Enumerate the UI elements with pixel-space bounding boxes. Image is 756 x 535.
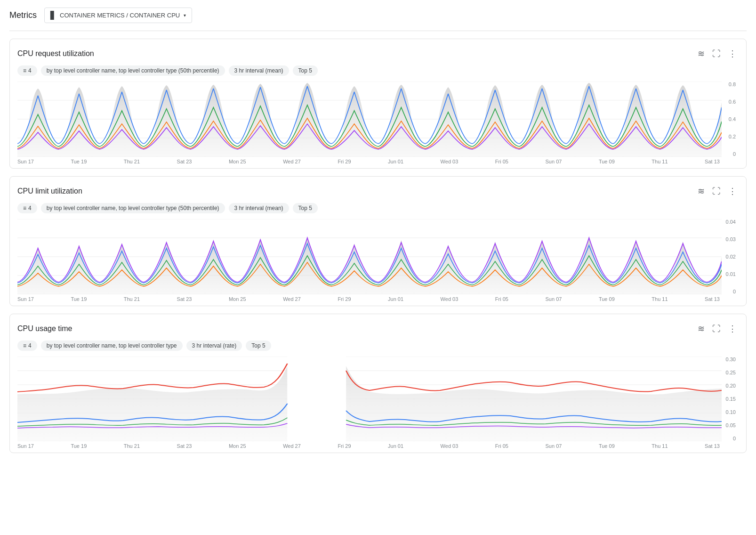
chart-icon: ▋ — [50, 11, 56, 20]
x-label-3-11: Sun 07 — [546, 443, 562, 449]
filter-label-chip-3[interactable]: by top level controller name, top level … — [41, 340, 183, 351]
more-button-2[interactable]: ⋮ — [726, 184, 739, 198]
top-bar: Metrics ▋ CONTAINER METRICS / CONTAINER … — [9, 8, 747, 31]
filter-label-chip-2[interactable]: by top level controller name, top level … — [41, 203, 225, 213]
chart-title-2: CPU limit utilization — [17, 187, 82, 195]
x-label-3-12: Tue 09 — [599, 443, 615, 449]
expand-button-1[interactable]: ⛶ — [710, 47, 723, 61]
x-label-1-7: Fri 29 — [338, 159, 351, 164]
top-label-1: Top 5 — [298, 67, 312, 74]
chart-area-2: 0.04 0.03 0.02 0.01 0 Sun 17 Tue 19 Thu … — [17, 219, 739, 302]
x-axis-3: Sun 17 Tue 19 Thu 21 Sat 23 Mon 25 Wed 2… — [17, 441, 720, 449]
x-label-1-9: Wed 03 — [441, 159, 458, 164]
y-axis-3: 0.30 0.25 0.20 0.15 0.10 0.05 0 — [722, 357, 739, 441]
breadcrumb-button[interactable]: ▋ CONTAINER METRICS / CONTAINER CPU ▾ — [44, 8, 192, 23]
x-label-3-4: Sat 23 — [177, 443, 192, 449]
expand-button-3[interactable]: ⛶ — [710, 322, 723, 336]
y-label-3-7: 0.30 — [726, 357, 736, 362]
filter-icon-2: ≡ — [23, 205, 26, 211]
x-label-1-2: Tue 19 — [71, 159, 87, 164]
x-label-1-10: Fri 05 — [495, 159, 508, 164]
interval-label-1: 3 hr interval (mean) — [234, 67, 283, 74]
legend-button-2[interactable]: ≋ — [696, 184, 707, 198]
top-chip-3[interactable]: Top 5 — [246, 340, 271, 351]
expand-button-2[interactable]: ⛶ — [710, 185, 723, 198]
x-label-2-12: Tue 09 — [599, 296, 615, 302]
x-label-1-14: Sat 13 — [705, 159, 720, 164]
x-label-1-8: Jun 01 — [388, 159, 403, 164]
x-label-2-13: Thu 11 — [651, 296, 668, 302]
cpu-usage-panel: CPU usage time ≋ ⛶ ⋮ ≡ 4 by top level co… — [9, 314, 747, 453]
filter-label-2: by top level controller name, top level … — [47, 205, 219, 211]
legend-button-3[interactable]: ≋ — [696, 322, 707, 336]
y-label-2-5: 0.04 — [726, 219, 736, 225]
x-label-2-1: Sun 17 — [17, 296, 34, 302]
x-label-2-7: Fri 29 — [338, 296, 351, 302]
x-label-2-6: Wed 27 — [283, 296, 301, 302]
filter-bar-1: ≡ 4 by top level controller name, top le… — [17, 65, 739, 76]
chart-header-3: CPU usage time ≋ ⛶ ⋮ — [17, 322, 739, 336]
filter-count-chip-2[interactable]: ≡ 4 — [17, 203, 37, 213]
filter-count-chip-3[interactable]: ≡ 4 — [17, 340, 37, 351]
top-chip-1[interactable]: Top 5 — [293, 65, 318, 76]
x-label-2-4: Sat 23 — [177, 296, 192, 302]
more-button-3[interactable]: ⋮ — [726, 322, 739, 336]
more-button-1[interactable]: ⋮ — [726, 47, 739, 61]
chart-plot-1 — [17, 81, 722, 157]
x-label-1-3: Thu 21 — [124, 159, 140, 164]
y-axis-1: 0.8 0.6 0.4 0.2 0 — [722, 81, 739, 157]
x-label-1-11: Sun 07 — [546, 159, 562, 164]
interval-chip-3[interactable]: 3 hr interval (rate) — [186, 340, 242, 351]
y-label-2-4: 0.03 — [726, 236, 736, 242]
x-label-2-9: Wed 03 — [441, 296, 458, 302]
filter-label-3: by top level controller name, top level … — [47, 342, 177, 349]
svg-rect-17 — [287, 357, 346, 441]
x-label-1-1: Sun 17 — [17, 159, 34, 164]
chart-title-3: CPU usage time — [17, 324, 72, 333]
x-label-3-7: Fri 29 — [338, 443, 351, 449]
x-label-3-8: Jun 01 — [388, 443, 403, 449]
filter-label-1: by top level controller name, top level … — [47, 67, 219, 74]
filter-count-1: 4 — [28, 67, 32, 74]
y-label-3-2: 0.05 — [726, 422, 736, 428]
x-label-1-13: Thu 11 — [651, 159, 668, 164]
x-label-2-5: Mon 25 — [229, 296, 246, 302]
chart-svg-2 — [17, 219, 722, 294]
y-label-1-1: 0 — [733, 151, 736, 157]
x-label-2-2: Tue 19 — [71, 296, 87, 302]
chart-title-1: CPU request utilization — [17, 49, 94, 58]
x-label-1-12: Tue 09 — [599, 159, 615, 164]
y-label-3-5: 0.20 — [726, 383, 736, 389]
x-label-3-1: Sun 17 — [17, 443, 34, 449]
x-label-3-3: Thu 21 — [124, 443, 140, 449]
chart-header-2: CPU limit utilization ≋ ⛶ ⋮ — [17, 184, 739, 198]
y-label-3-1: 0 — [733, 436, 736, 441]
chart-area-1: 0.8 0.6 0.4 0.2 0 Sun 17 Tue 19 Thu 21 S… — [17, 81, 739, 164]
top-chip-2[interactable]: Top 5 — [293, 203, 318, 213]
y-label-3-4: 0.15 — [726, 396, 736, 402]
filter-icon-3: ≡ — [23, 342, 26, 349]
chart-svg-3 — [17, 357, 722, 441]
x-axis-2: Sun 17 Tue 19 Thu 21 Sat 23 Mon 25 Wed 2… — [17, 294, 720, 302]
filter-count-chip-1[interactable]: ≡ 4 — [17, 65, 37, 76]
top-label-3: Top 5 — [251, 342, 265, 349]
x-label-3-6: Wed 27 — [283, 443, 301, 449]
interval-chip-2[interactable]: 3 hr interval (mean) — [229, 203, 289, 213]
chart-area-3: 0.30 0.25 0.20 0.15 0.10 0.05 0 Sun 17 T… — [17, 357, 739, 449]
interval-label-3: 3 hr interval (rate) — [192, 342, 237, 349]
y-label-2-3: 0.02 — [726, 254, 736, 259]
y-label-1-3: 0.4 — [729, 116, 736, 122]
x-label-3-13: Thu 11 — [651, 443, 668, 449]
caret-icon: ▾ — [184, 13, 186, 18]
chart-actions-3: ≋ ⛶ ⋮ — [696, 322, 739, 336]
filter-label-chip-1[interactable]: by top level controller name, top level … — [41, 65, 225, 76]
interval-chip-1[interactable]: 3 hr interval (mean) — [229, 65, 289, 76]
x-label-3-5: Mon 25 — [229, 443, 246, 449]
page-container: Metrics ▋ CONTAINER METRICS / CONTAINER … — [0, 0, 756, 468]
x-label-2-14: Sat 13 — [705, 296, 720, 302]
filter-bar-3: ≡ 4 by top level controller name, top le… — [17, 340, 739, 351]
chart-actions-2: ≋ ⛶ ⋮ — [696, 184, 739, 198]
x-label-2-3: Thu 21 — [124, 296, 140, 302]
chart-plot-2 — [17, 219, 722, 294]
legend-button-1[interactable]: ≋ — [696, 47, 707, 61]
